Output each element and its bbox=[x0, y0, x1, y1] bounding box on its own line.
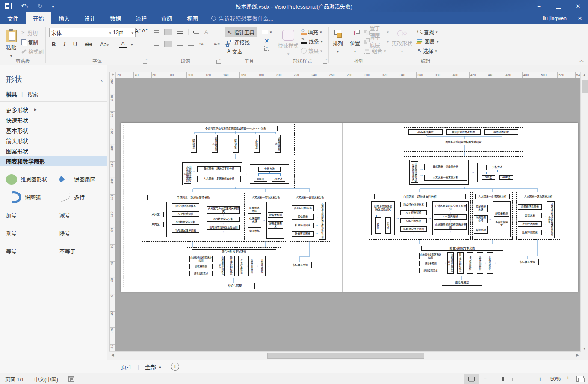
shape-styles-dialog-launcher[interactable] bbox=[323, 60, 327, 64]
page-number-status[interactable]: 页面 1/1 bbox=[5, 375, 24, 383]
align-bottom-icon[interactable] bbox=[177, 30, 183, 34]
zoom-slider-thumb[interactable] bbox=[502, 377, 504, 381]
change-shape-button[interactable]: 更改形状 bbox=[391, 27, 413, 54]
decision-step-box[interactable]: 选址范围分析 bbox=[248, 256, 255, 276]
tier3-natural-container[interactable]: 自然因素—场地适宜性分析 山地滑雪旅游度假区功能研究 户外区室内区 建 bbox=[369, 192, 471, 240]
zoom-slider[interactable]: − + bbox=[483, 375, 542, 382]
paste-button[interactable]: 粘贴 bbox=[3, 27, 20, 58]
connection-point-tool-button[interactable] bbox=[264, 46, 269, 51]
zoom-out-button[interactable]: − bbox=[483, 375, 487, 382]
support-box[interactable]: 指标体系支撑 bbox=[289, 262, 312, 268]
ribbon-tab[interactable]: 插入 bbox=[51, 12, 77, 24]
stencil-category[interactable]: 图案形状 bbox=[0, 146, 107, 156]
factor-box[interactable]: 社会经济因素 bbox=[518, 221, 542, 227]
quick-styles-button[interactable]: 快速样式 bbox=[277, 27, 299, 57]
ribbon-tab[interactable]: 视图 bbox=[180, 12, 205, 24]
stencil-shape-item[interactable]: 饼图弧 bbox=[0, 190, 53, 204]
tier3-other-title[interactable]: 人文因素—其他因素分析 bbox=[520, 194, 557, 199]
stencil-shape-item[interactable]: + 加号 bbox=[0, 208, 53, 222]
result-box[interactable]: GIS空间分析 bbox=[434, 214, 467, 220]
side-topic-box[interactable]: 山地滑雪度假区选址影响因素研究 bbox=[411, 161, 418, 183]
market-output-box[interactable]: 游客量预测 bbox=[494, 211, 509, 217]
tier3-natural-title[interactable]: 自然因素—场地适宜性分析 bbox=[374, 194, 466, 199]
line-button[interactable]: 线条 bbox=[301, 36, 323, 46]
ribbon-tab[interactable]: 设计 bbox=[77, 12, 103, 24]
tier3-market-container[interactable]: 人文因素—市场因素分析 区域旅游市场休闲度假市场客源市场 游客量预测游客度假需求 bbox=[246, 193, 286, 242]
tier3-other-container[interactable]: 人文因素—其他因素分析 资源与环境因素区位因素社会经济因素政策环境因素 山地滑雪… bbox=[290, 193, 330, 242]
factor-row-box[interactable]: 自然因素—场地适宜性分析 bbox=[197, 166, 241, 172]
user-name[interactable]: liu jingwen bbox=[543, 15, 567, 21]
pointer-tool-button[interactable]: 指针工具 bbox=[225, 27, 257, 37]
decision-step-box[interactable]: AHP权重赋值 bbox=[238, 256, 245, 276]
align-center-icon[interactable] bbox=[164, 41, 172, 47]
tier3-other-title[interactable]: 人文因素—其他因素分析 bbox=[293, 195, 327, 200]
font-color-caret[interactable] bbox=[131, 41, 133, 47]
font-family-combo[interactable]: 宋体 bbox=[49, 28, 113, 37]
market-box[interactable]: 区域旅游市场 bbox=[248, 206, 261, 214]
market-box[interactable]: 区域旅游市场 bbox=[474, 205, 488, 212]
ribbon-tab[interactable]: 审阅 bbox=[154, 12, 180, 24]
ribbon-tab[interactable]: 流程 bbox=[128, 12, 154, 24]
page-tab[interactable]: 页-1 bbox=[121, 363, 132, 371]
copy-button[interactable]: 复制 bbox=[21, 37, 44, 47]
method-title-box[interactable]: 分析方法 bbox=[258, 167, 281, 172]
method-box[interactable]: GIS法 bbox=[482, 175, 495, 180]
branch-box[interactable]: 研究背景 bbox=[191, 135, 197, 153]
italic-button[interactable]: I bbox=[62, 40, 67, 48]
factor-box[interactable]: 区位因素 bbox=[292, 214, 314, 220]
decision-step-box[interactable]: 山地滑雪度假区选址点 bbox=[447, 252, 454, 274]
decision-input-box[interactable]: 山地滑雪度假区选址范围 bbox=[419, 253, 442, 259]
tier3-natural-title[interactable]: 自然因素—场地适宜性分析 bbox=[147, 195, 239, 200]
insert-page-button[interactable]: + bbox=[171, 363, 179, 371]
close-button[interactable] bbox=[568, 0, 588, 12]
arrange-button[interactable]: ← 排列 bbox=[331, 27, 345, 54]
stencil-category[interactable]: 基本形状 bbox=[0, 125, 107, 135]
tier2-container[interactable]: 山地滑雪度假区选址影响因素研究 自然因素—场地适宜性分析人文因素—多因素综合分析… bbox=[177, 160, 295, 188]
scroll-up-icon[interactable]: ▲ bbox=[581, 72, 588, 78]
collapse-ribbon-icon[interactable]: ︿ bbox=[579, 57, 584, 63]
stencil-shape-item[interactable]: 维恩图形状 bbox=[0, 172, 53, 186]
paragraph-dialog-launcher[interactable] bbox=[216, 60, 221, 64]
effects-button[interactable]: 效果 bbox=[301, 46, 323, 55]
tier4-container[interactable]: 综合分析及专家决策 山地滑雪度假区选址范围游客量预测游客度假需求 山地滑雪度假区… bbox=[417, 244, 508, 277]
analysis-step-box[interactable]: AHP权重赋值 bbox=[172, 211, 199, 217]
switch-windows-button[interactable] bbox=[576, 376, 584, 382]
collapse-panel-icon[interactable]: ‹ bbox=[101, 77, 103, 83]
result-box[interactable]: 户外区与室内区空间关系研究 bbox=[434, 204, 467, 211]
factor-box[interactable]: 政策环境因素 bbox=[292, 231, 314, 237]
result-box[interactable]: 户外区与户内区空间关系研究 bbox=[207, 206, 240, 214]
align-top-icon[interactable] bbox=[154, 30, 159, 34]
zone-box[interactable]: 户内区 bbox=[148, 222, 164, 227]
tier3-natural-container[interactable]: 自然因素—场地适宜性分析 户外区户内区 建立评价指标体系AHP权重赋值GIS技术… bbox=[142, 193, 245, 242]
undo-button[interactable] bbox=[21, 2, 28, 10]
zone-box[interactable]: 户外区 bbox=[375, 217, 381, 234]
support-box[interactable]: 指标体系支撑 bbox=[516, 259, 539, 265]
close-document-icon[interactable] bbox=[578, 15, 582, 21]
vertical-scroll-thumb[interactable] bbox=[582, 80, 588, 93]
analysis-step-box[interactable]: 建立评价指标体系 bbox=[172, 203, 199, 208]
conclusion-box[interactable]: 结论与展望 bbox=[215, 283, 255, 289]
branch-box[interactable]: 研究对象 bbox=[233, 135, 239, 153]
result-box[interactable]: 山地滑雪旅游度假区选址范围 bbox=[434, 223, 467, 230]
fit-page-button[interactable] bbox=[565, 376, 572, 382]
align-left-icon[interactable] bbox=[154, 42, 159, 46]
stencil-shape-item[interactable]: 多行 bbox=[53, 190, 107, 204]
tier4-title[interactable]: 综合分析及专家决策 bbox=[421, 246, 503, 251]
result-box[interactable]: 山地滑雪度假区选址范围 bbox=[207, 225, 240, 230]
factor-row-box[interactable]: 自然因素—供给侧分析 bbox=[424, 164, 467, 170]
analysis-step-box[interactable]: GIS技术空间分析 bbox=[172, 220, 199, 225]
minimize-button[interactable] bbox=[529, 0, 549, 12]
find-button[interactable]: 查找 bbox=[417, 27, 439, 36]
decision-step-box[interactable]: 开发建设建议 bbox=[259, 256, 266, 276]
stencil-shape-item[interactable]: = 等号 bbox=[0, 244, 53, 258]
change-case-button[interactable]: Aa bbox=[98, 40, 110, 48]
justify-icon[interactable] bbox=[188, 42, 194, 46]
tab-search[interactable]: 搜索 bbox=[27, 90, 38, 98]
driver-box[interactable]: 自然资源的开发利用 bbox=[446, 129, 481, 135]
tier3-market-title[interactable]: 人文因素—市场因素分析 bbox=[475, 194, 510, 199]
market-box[interactable]: 休闲度假市场 bbox=[474, 215, 488, 223]
scroll-left-icon[interactable]: ◀ bbox=[109, 352, 116, 359]
all-pages-button[interactable]: 全部▲ bbox=[145, 363, 162, 371]
decision-step-box[interactable]: 山地滑雪度假区选址点 bbox=[218, 256, 225, 276]
branch-box[interactable]: 文献综述 bbox=[254, 135, 260, 153]
